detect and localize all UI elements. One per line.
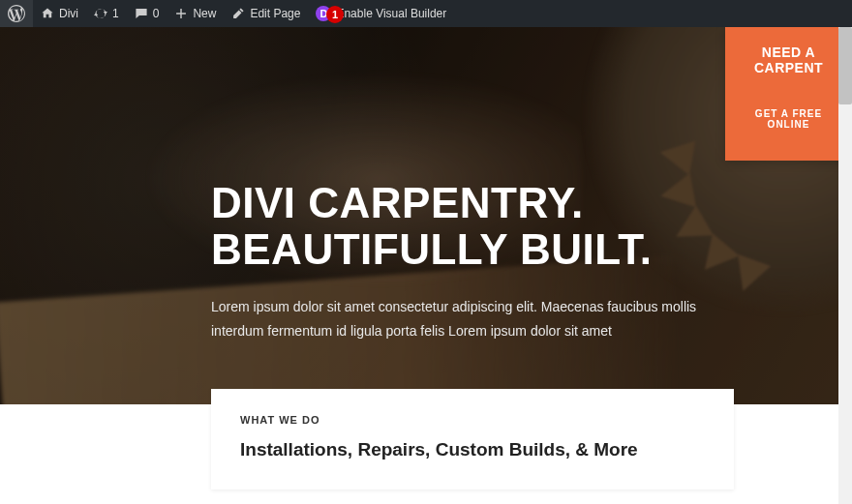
- adminbar-new[interactable]: New: [167, 0, 224, 27]
- new-label: New: [193, 7, 216, 20]
- update-icon: [94, 7, 107, 20]
- what-we-do-label: WHAT WE DO: [240, 414, 705, 426]
- wp-logo-menu[interactable]: [0, 0, 33, 27]
- plus-icon: [174, 7, 188, 20]
- scrollbar-thumb[interactable]: [838, 27, 852, 104]
- comments-count: 0: [153, 7, 160, 20]
- what-we-do-card: WHAT WE DO Installations, Repairs, Custo…: [211, 389, 734, 489]
- hero-title: DIVI CARPENTRY. BEAUTIFULLY BUILT.: [211, 180, 813, 272]
- what-we-do-heading: Installations, Repairs, Custom Builds, &…: [240, 439, 705, 460]
- comment-icon: [135, 7, 148, 20]
- adminbar-site-name[interactable]: Divi: [33, 0, 86, 27]
- scrollbar-track[interactable]: [838, 27, 852, 504]
- edit-page-label: Edit Page: [250, 7, 300, 20]
- cta-button[interactable]: GET A FREE ONLINE: [735, 99, 842, 139]
- wp-admin-bar: Divi 1 0 New Edit Page D Enable Visual B…: [0, 0, 852, 27]
- hero-content: DIVI CARPENTRY. BEAUTIFULLY BUILT. Lorem…: [211, 180, 813, 343]
- visual-builder-label: Enable Visual Builder: [336, 7, 446, 20]
- pencil-icon: [231, 7, 245, 20]
- hero-title-line1: DIVI CARPENTRY.: [211, 179, 584, 226]
- annotation-badge: 1: [326, 6, 344, 23]
- adminbar-updates[interactable]: 1: [86, 0, 127, 27]
- cta-card: NEED A CARPENT GET A FREE ONLINE: [725, 27, 852, 161]
- site-name-label: Divi: [59, 7, 78, 20]
- wordpress-icon: [8, 5, 25, 22]
- updates-count: 1: [112, 7, 119, 20]
- adminbar-comments[interactable]: 0: [127, 0, 167, 27]
- hero-subtitle: Lorem ipsum dolor sit amet consectetur a…: [211, 295, 734, 343]
- cta-title: NEED A CARPENT: [735, 44, 842, 75]
- home-icon: [41, 7, 54, 20]
- adminbar-edit-page[interactable]: Edit Page: [224, 0, 308, 27]
- hero-title-line2: BEAUTIFULLY BUILT.: [211, 225, 653, 273]
- hero-section: DIVI CARPENTRY. BEAUTIFULLY BUILT. Lorem…: [0, 27, 852, 404]
